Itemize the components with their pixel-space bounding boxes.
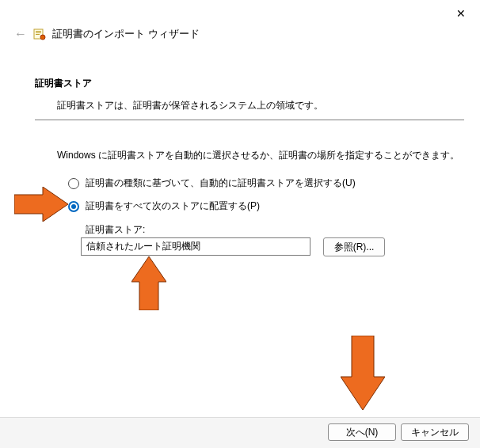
wizard-title: 証明書のインポート ウィザード xyxy=(52,27,200,41)
back-arrow-icon[interactable]: ← xyxy=(14,27,27,41)
divider xyxy=(35,120,464,120)
cancel-button-label: キャンセル xyxy=(411,426,459,439)
svg-marker-7 xyxy=(341,336,385,410)
radio-auto-select-store[interactable]: 証明書の種類に基づいて、自動的に証明書ストアを選択する(U) xyxy=(68,177,356,190)
section-heading: 証明書ストア xyxy=(35,77,92,90)
radio-selected-icon xyxy=(68,201,79,212)
title-bar: ✕ xyxy=(0,0,480,24)
radio-place-all-in-store[interactable]: 証明書をすべて次のストアに配置する(P) xyxy=(68,199,260,213)
radio-auto-label: 証明書の種類に基づいて、自動的に証明書ストアを選択する(U) xyxy=(86,177,356,190)
certificate-store-value: 信頼されたルート証明機関 xyxy=(86,240,200,253)
cancel-button[interactable]: キャンセル xyxy=(401,423,469,441)
svg-rect-2 xyxy=(36,32,41,33)
annotation-arrow-right-icon xyxy=(14,187,68,222)
store-field-label: 証明書ストア: xyxy=(86,223,145,237)
radio-manual-label: 証明書をすべて次のストアに配置する(P) xyxy=(86,199,260,213)
certificate-store-input[interactable]: 信頼されたルート証明機関 xyxy=(81,237,310,256)
next-button[interactable]: 次へ(N) xyxy=(328,423,396,441)
section-intro: 証明書ストアは、証明書が保管されるシステム上の領域です。 xyxy=(57,99,323,112)
browse-button[interactable]: 参照(R)... xyxy=(323,237,385,256)
svg-rect-3 xyxy=(36,34,40,35)
svg-rect-1 xyxy=(36,31,41,32)
svg-point-4 xyxy=(40,35,45,40)
footer-bar: 次へ(N) キャンセル xyxy=(0,417,480,448)
close-icon[interactable]: ✕ xyxy=(451,4,470,23)
svg-marker-5 xyxy=(14,187,68,222)
certificate-icon xyxy=(33,28,46,40)
wizard-header: ← 証明書のインポート ウィザード xyxy=(14,27,200,41)
svg-marker-6 xyxy=(131,256,166,310)
instruction-text: Windows に証明書ストアを自動的に選択させるか、証明書の場所を指定すること… xyxy=(57,149,459,162)
annotation-arrow-up-icon xyxy=(131,256,166,310)
radio-unselected-icon xyxy=(68,178,79,189)
browse-button-label: 参照(R)... xyxy=(334,241,375,254)
next-button-label: 次へ(N) xyxy=(346,426,379,439)
annotation-arrow-down-icon xyxy=(341,336,385,410)
